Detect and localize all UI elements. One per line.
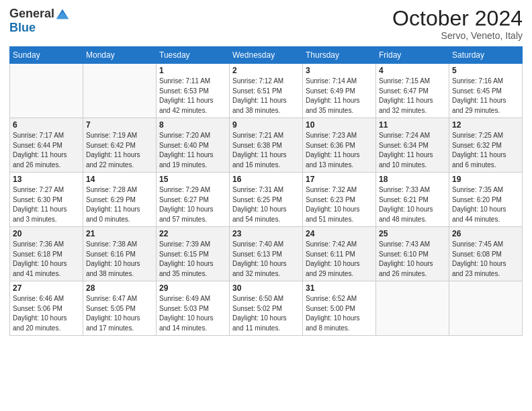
day-number: 15 (159, 175, 226, 184)
day-info: Sunrise: 7:28 AM Sunset: 6:29 PM Dayligh… (86, 185, 153, 224)
day-info: Sunrise: 7:20 AM Sunset: 6:40 PM Dayligh… (159, 131, 226, 170)
table-row: 30Sunrise: 6:50 AM Sunset: 5:02 PM Dayli… (230, 281, 303, 336)
table-row: 10Sunrise: 7:23 AM Sunset: 6:36 PM Dayli… (303, 118, 376, 173)
day-number: 16 (232, 175, 300, 184)
logo-general-text: General (9, 7, 54, 21)
day-info: Sunrise: 7:29 AM Sunset: 6:27 PM Dayligh… (159, 185, 226, 224)
day-number: 18 (379, 175, 446, 184)
table-row: 8Sunrise: 7:20 AM Sunset: 6:40 PM Daylig… (157, 118, 230, 173)
day-info: Sunrise: 7:11 AM Sunset: 6:53 PM Dayligh… (159, 77, 226, 116)
day-info: Sunrise: 7:35 AM Sunset: 6:20 PM Dayligh… (452, 185, 519, 224)
day-info: Sunrise: 7:15 AM Sunset: 6:47 PM Dayligh… (379, 77, 446, 116)
calendar: Sunday Monday Tuesday Wednesday Thursday… (9, 46, 523, 336)
col-friday: Friday (376, 47, 449, 64)
day-number: 3 (306, 66, 373, 75)
table-row: 6Sunrise: 7:17 AM Sunset: 6:44 PM Daylig… (10, 118, 83, 173)
table-row: 4Sunrise: 7:15 AM Sunset: 6:47 PM Daylig… (376, 64, 449, 118)
col-sunday: Sunday (10, 47, 83, 64)
table-row: 27Sunrise: 6:46 AM Sunset: 5:06 PM Dayli… (10, 281, 83, 336)
svg-marker-1 (56, 11, 69, 19)
col-saturday: Saturday (449, 47, 523, 64)
day-info: Sunrise: 7:27 AM Sunset: 6:30 PM Dayligh… (13, 185, 80, 224)
day-info: Sunrise: 7:24 AM Sunset: 6:34 PM Dayligh… (379, 131, 446, 170)
table-row: 16Sunrise: 7:31 AM Sunset: 6:25 PM Dayli… (230, 173, 303, 227)
table-row: 29Sunrise: 6:49 AM Sunset: 5:03 PM Dayli… (157, 281, 230, 336)
day-info: Sunrise: 7:38 AM Sunset: 6:16 PM Dayligh… (86, 240, 153, 279)
header: General Blue October 2024 Servo, Veneto,… (9, 7, 523, 41)
col-thursday: Thursday (303, 47, 376, 64)
day-info: Sunrise: 7:19 AM Sunset: 6:42 PM Dayligh… (86, 131, 153, 170)
table-row (376, 281, 449, 336)
table-row: 26Sunrise: 7:45 AM Sunset: 6:08 PM Dayli… (449, 227, 523, 281)
location-subtitle: Servo, Veneto, Italy (392, 30, 523, 41)
table-row: 24Sunrise: 7:42 AM Sunset: 6:11 PM Dayli… (303, 227, 376, 281)
day-info: Sunrise: 7:40 AM Sunset: 6:13 PM Dayligh… (232, 240, 300, 279)
day-number: 21 (86, 229, 153, 238)
day-info: Sunrise: 7:21 AM Sunset: 6:38 PM Dayligh… (232, 131, 300, 170)
table-row: 22Sunrise: 7:39 AM Sunset: 6:15 PM Dayli… (157, 227, 230, 281)
day-number: 13 (13, 175, 80, 184)
logo: General Blue (9, 7, 70, 35)
day-number: 5 (452, 66, 519, 75)
day-number: 22 (159, 229, 226, 238)
table-row: 9Sunrise: 7:21 AM Sunset: 6:38 PM Daylig… (230, 118, 303, 173)
day-number: 29 (159, 283, 226, 293)
table-row (449, 281, 523, 336)
day-info: Sunrise: 7:42 AM Sunset: 6:11 PM Dayligh… (306, 240, 373, 279)
day-info: Sunrise: 7:45 AM Sunset: 6:08 PM Dayligh… (452, 240, 519, 279)
table-row: 1Sunrise: 7:11 AM Sunset: 6:53 PM Daylig… (157, 64, 230, 118)
day-number: 28 (86, 283, 153, 293)
day-info: Sunrise: 6:47 AM Sunset: 5:05 PM Dayligh… (86, 294, 153, 333)
day-info: Sunrise: 6:50 AM Sunset: 5:02 PM Dayligh… (232, 294, 300, 333)
table-row: 12Sunrise: 7:25 AM Sunset: 6:32 PM Dayli… (449, 118, 523, 173)
col-monday: Monday (83, 47, 157, 64)
page: General Blue October 2024 Servo, Veneto,… (0, 0, 532, 411)
day-number: 8 (159, 120, 226, 130)
table-row: 7Sunrise: 7:19 AM Sunset: 6:42 PM Daylig… (83, 118, 157, 173)
day-info: Sunrise: 7:31 AM Sunset: 6:25 PM Dayligh… (232, 185, 300, 224)
day-info: Sunrise: 7:14 AM Sunset: 6:49 PM Dayligh… (306, 77, 373, 116)
calendar-week-row: 1Sunrise: 7:11 AM Sunset: 6:53 PM Daylig… (10, 64, 523, 118)
day-number: 14 (86, 175, 153, 184)
day-info: Sunrise: 7:17 AM Sunset: 6:44 PM Dayligh… (13, 131, 80, 170)
calendar-week-row: 20Sunrise: 7:36 AM Sunset: 6:18 PM Dayli… (10, 227, 523, 281)
day-number: 25 (379, 229, 446, 238)
day-number: 10 (306, 120, 373, 130)
calendar-header-row: Sunday Monday Tuesday Wednesday Thursday… (10, 47, 523, 64)
day-number: 31 (306, 283, 373, 293)
table-row: 25Sunrise: 7:43 AM Sunset: 6:10 PM Dayli… (376, 227, 449, 281)
day-info: Sunrise: 6:49 AM Sunset: 5:03 PM Dayligh… (159, 294, 226, 333)
day-number: 9 (232, 120, 300, 130)
logo-icon (55, 7, 70, 21)
day-number: 6 (13, 120, 80, 130)
day-number: 20 (13, 229, 80, 238)
title-block: October 2024 Servo, Veneto, Italy (392, 7, 523, 41)
table-row: 19Sunrise: 7:35 AM Sunset: 6:20 PM Dayli… (449, 173, 523, 227)
calendar-week-row: 6Sunrise: 7:17 AM Sunset: 6:44 PM Daylig… (10, 118, 523, 173)
table-row: 21Sunrise: 7:38 AM Sunset: 6:16 PM Dayli… (83, 227, 157, 281)
day-number: 11 (379, 120, 446, 130)
table-row: 28Sunrise: 6:47 AM Sunset: 5:05 PM Dayli… (83, 281, 157, 336)
day-info: Sunrise: 7:43 AM Sunset: 6:10 PM Dayligh… (379, 240, 446, 279)
logo-blue-text: Blue (9, 21, 36, 34)
day-number: 4 (379, 66, 446, 75)
table-row: 20Sunrise: 7:36 AM Sunset: 6:18 PM Dayli… (10, 227, 83, 281)
table-row: 23Sunrise: 7:40 AM Sunset: 6:13 PM Dayli… (230, 227, 303, 281)
day-number: 17 (306, 175, 373, 184)
day-number: 26 (452, 229, 519, 238)
day-number: 2 (232, 66, 300, 75)
table-row: 2Sunrise: 7:12 AM Sunset: 6:51 PM Daylig… (230, 64, 303, 118)
day-info: Sunrise: 7:23 AM Sunset: 6:36 PM Dayligh… (306, 131, 373, 170)
day-info: Sunrise: 7:36 AM Sunset: 6:18 PM Dayligh… (13, 240, 80, 279)
table-row: 14Sunrise: 7:28 AM Sunset: 6:29 PM Dayli… (83, 173, 157, 227)
day-info: Sunrise: 7:32 AM Sunset: 6:23 PM Dayligh… (306, 185, 373, 224)
day-info: Sunrise: 7:12 AM Sunset: 6:51 PM Dayligh… (232, 77, 300, 116)
table-row: 11Sunrise: 7:24 AM Sunset: 6:34 PM Dayli… (376, 118, 449, 173)
table-row (83, 64, 157, 118)
table-row: 3Sunrise: 7:14 AM Sunset: 6:49 PM Daylig… (303, 64, 376, 118)
col-tuesday: Tuesday (157, 47, 230, 64)
day-number: 19 (452, 175, 519, 184)
table-row (10, 64, 83, 118)
day-info: Sunrise: 7:25 AM Sunset: 6:32 PM Dayligh… (452, 131, 519, 170)
day-number: 23 (232, 229, 300, 238)
